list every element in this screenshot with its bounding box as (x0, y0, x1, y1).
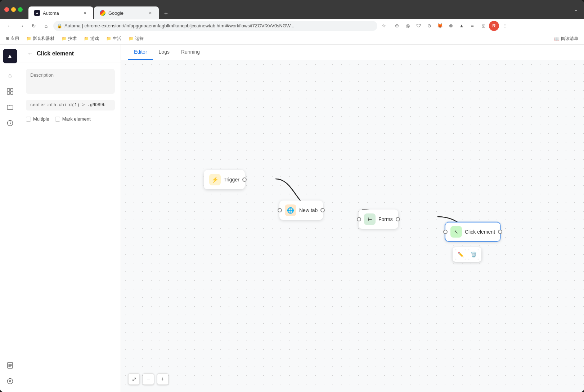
title-bar: ▲ Automa ✕ Google ✕ + ⌄ (0, 0, 584, 19)
bookmark-life-label: 生活 (113, 36, 121, 42)
new-tab-right-connector[interactable] (320, 208, 325, 212)
folder-icon-1: 📁 (26, 36, 31, 41)
fit-canvas-button[interactable]: ⤢ (128, 373, 140, 385)
new-tab-node[interactable]: 🌐 New tab (279, 200, 323, 220)
svg-rect-2 (7, 92, 10, 94)
forms-left-connector[interactable] (357, 217, 361, 221)
lock-icon: 🔒 (57, 23, 62, 28)
bookmark-ops[interactable]: 📁 运营 (126, 35, 147, 43)
checkbox-group: Multiple Mark element (26, 116, 115, 122)
sidebar-item-github[interactable] (4, 375, 17, 388)
canvas-controls: ⤢ − + (128, 373, 169, 385)
svg-point-10 (9, 380, 11, 382)
bookmark-apps-label: 应用 (10, 36, 19, 42)
edit-node-button[interactable]: ✏️ (455, 249, 466, 260)
github-icon (7, 378, 13, 384)
reading-list[interactable]: 📖 阅读清单 (551, 35, 581, 43)
folder-icon (7, 104, 13, 110)
editor-area: Editor Logs Running (121, 45, 584, 392)
connections-svg (121, 60, 584, 392)
extension-btn-4[interactable]: ⊙ (424, 21, 434, 31)
bookmark-star-button[interactable]: ☆ (379, 22, 388, 30)
flow-canvas[interactable]: ⚡ Trigger 🌐 New tab ⊢ Forms (121, 60, 584, 392)
tab-automa-close[interactable]: ✕ (82, 10, 87, 16)
forms-node[interactable]: ⊢ Forms (359, 209, 398, 229)
extension-btn-6[interactable]: ⊗ (446, 21, 456, 31)
extension-btn-3[interactable]: 🛡 (413, 21, 423, 31)
sidebar-item-docs[interactable] (4, 359, 17, 372)
click-element-icon: ↖ (450, 226, 462, 238)
chevron-down-icon[interactable]: ⌄ (572, 5, 580, 14)
folder-icon-3: 📁 (84, 36, 89, 41)
tab-google-title: Google (108, 10, 144, 16)
panel-back-button[interactable]: ← (27, 50, 33, 57)
bookmark-life[interactable]: 📁 生活 (103, 35, 124, 43)
extension-btn-1[interactable]: ⊕ (392, 21, 402, 31)
click-element-node[interactable]: ↖ Click element (445, 222, 500, 242)
extension-btn-5[interactable]: 🦊 (435, 21, 445, 31)
tab-running[interactable]: Running (175, 45, 206, 60)
browser-window: ▲ Automa ✕ Google ✕ + ⌄ ← → ↻ ⌂ 🔒 Automa… (0, 0, 584, 392)
editor-tabs: Editor Logs Running (121, 45, 584, 60)
trigger-label: Trigger (224, 177, 239, 183)
bookmark-media[interactable]: 📁 影音和器材 (23, 35, 57, 43)
zoom-in-button[interactable]: + (157, 373, 169, 385)
extension-btn-2[interactable]: ◎ (403, 21, 413, 31)
bookmark-ops-label: 运营 (135, 36, 144, 42)
home-button[interactable]: ⌂ (41, 21, 51, 31)
new-tab-left-connector[interactable] (278, 208, 282, 212)
profile-button[interactable]: R (489, 21, 499, 31)
sidebar-item-history[interactable] (4, 117, 17, 130)
trigger-node[interactable]: ⚡ Trigger (204, 170, 245, 189)
tab-automa[interactable]: ▲ Automa ✕ (28, 6, 93, 19)
tab-editor[interactable]: Editor (128, 45, 153, 60)
close-button[interactable] (4, 7, 9, 12)
docs-icon (7, 362, 13, 369)
bookmark-media-label: 影音和器材 (33, 36, 54, 42)
menu-button[interactable]: ⋮ (500, 21, 510, 31)
new-tab-button[interactable]: + (161, 9, 171, 19)
tabs-bar: ▲ Automa ✕ Google ✕ + (28, 0, 570, 19)
forward-button[interactable]: → (17, 21, 27, 31)
sidebar-item-workflow[interactable] (4, 85, 17, 98)
tab-google[interactable]: Google ✕ (94, 6, 159, 19)
automa-logo[interactable]: ▲ (3, 49, 17, 63)
trigger-right-connector[interactable] (242, 177, 247, 182)
maximize-button[interactable] (18, 7, 23, 12)
delete-node-button[interactable]: 🗑️ (468, 249, 479, 260)
description-field[interactable] (26, 69, 115, 94)
multiple-checkbox-box[interactable] (26, 117, 31, 122)
svg-point-9 (7, 379, 13, 384)
mark-element-checkbox-box[interactable] (55, 117, 60, 122)
node-toolbar: ✏️ 🗑️ (453, 247, 481, 262)
click-element-left-connector[interactable] (443, 230, 448, 234)
tab-google-close[interactable]: ✕ (147, 10, 153, 16)
bookmark-apps[interactable]: ⊞ 应用 (3, 35, 22, 43)
refresh-button[interactable]: ↻ (29, 21, 39, 31)
multiple-checkbox[interactable]: Multiple (26, 116, 49, 122)
bookmark-tech[interactable]: 📁 技术 (59, 35, 80, 43)
minimize-button[interactable] (11, 7, 16, 12)
svg-rect-1 (10, 89, 13, 91)
tab-logs[interactable]: Logs (153, 45, 175, 60)
bookmark-tech-label: 技术 (68, 36, 77, 42)
mark-element-checkbox[interactable]: Mark element (55, 116, 91, 122)
back-button[interactable]: ← (4, 21, 14, 31)
automa-favicon: ▲ (34, 10, 40, 16)
bookmark-games[interactable]: 📁 游戏 (81, 35, 102, 43)
extension-btn-8[interactable]: ≡ (467, 21, 477, 31)
sidebar-item-folder[interactable] (4, 101, 17, 114)
panel-title: Click element (37, 50, 74, 57)
extension-btn-7[interactable]: ▲ (457, 21, 467, 31)
svg-rect-3 (10, 92, 13, 94)
main-content: ▲ ⌂ (0, 45, 584, 392)
trigger-icon: ⚡ (209, 174, 221, 185)
sidebar-item-home[interactable]: ⌂ (4, 69, 17, 82)
click-element-right-connector[interactable] (498, 230, 502, 234)
address-bar[interactable]: 🔒 Automa | chrome-extension://infppggnoa… (53, 21, 377, 31)
forms-right-connector[interactable] (396, 217, 400, 221)
zoom-out-button[interactable]: − (143, 373, 154, 385)
extension-btn-9[interactable]: ⧖ (478, 21, 488, 31)
selector-field[interactable]: center:nth-child(1) > .gNO89b (26, 100, 115, 111)
google-favicon (100, 10, 105, 16)
